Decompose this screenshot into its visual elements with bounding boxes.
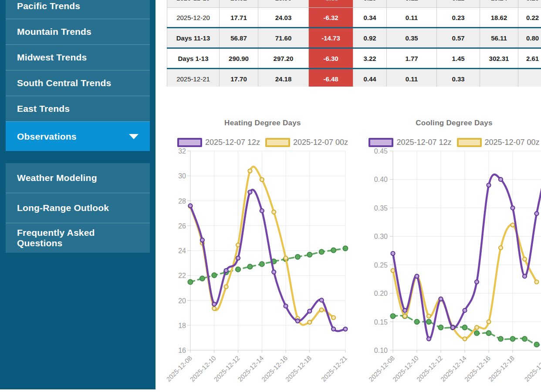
- cell: 0.26: [518, 0, 541, 8]
- cell: 23.90: [258, 0, 309, 8]
- cell: 1.45: [437, 48, 480, 69]
- cell: 2.61: [518, 48, 541, 69]
- sidebar-item-label: Observations: [17, 131, 77, 142]
- sidebar-item-label: Pacific Trends: [17, 1, 80, 11]
- cell: -14.73: [309, 28, 353, 48]
- cell: 0.23: [437, 8, 480, 28]
- row-label: 2025-12-20: [167, 8, 220, 28]
- cell: 0.35: [387, 28, 437, 48]
- cell: 0.33: [437, 69, 480, 87]
- legend-label-12z: 2025-12-07 12z: [396, 138, 451, 147]
- cell: 302.31: [480, 48, 518, 69]
- svg-text:0.10: 0.10: [374, 347, 388, 354]
- legend-label-00z: 2025-12-07 00z: [485, 138, 540, 147]
- cell: -3.88: [309, 0, 353, 8]
- cell: 0.11: [387, 8, 437, 28]
- chevron-down-icon: [129, 134, 139, 139]
- svg-text:0.35: 0.35: [374, 204, 388, 212]
- svg-text:18: 18: [178, 322, 186, 329]
- sidebar-item-label: South Central Trends: [17, 78, 111, 88]
- cell: 290.90: [220, 48, 258, 69]
- forecast-table: 2025-12-1920.0223.90-3.880.230.120.1119.…: [167, 0, 541, 87]
- cell: 0.12: [387, 0, 437, 8]
- cell: 19.24: [480, 0, 518, 8]
- cell: -6.32: [309, 8, 353, 28]
- cell: 0.23: [353, 0, 387, 8]
- cdd-chart-plot: 0.100.150.200.250.300.350.400.452025-12-…: [367, 114, 541, 392]
- sidebar-item-midwest-trends[interactable]: Midwest Trends: [6, 44, 150, 70]
- cell: 24.18: [258, 69, 309, 87]
- sidebar-item-label: Weather Modeling: [17, 173, 97, 183]
- svg-text:26: 26: [178, 222, 186, 230]
- hdd-chart-legend: 2025-12-07 12z 2025-12-07 00z: [167, 136, 358, 148]
- cell: 3.22: [353, 48, 387, 69]
- cdd-chart: 0.100.150.200.250.300.350.400.452025-12-…: [367, 114, 541, 392]
- cell: 17.70: [220, 69, 258, 87]
- sidebar-secondary-nav: Weather ModelingLong-Range OutlookFreque…: [6, 163, 150, 253]
- svg-text:22: 22: [178, 272, 186, 279]
- legend-item-00z[interactable]: 2025-12-07 00z: [457, 138, 540, 147]
- hdd-chart-svg: 1618202224262830322025-12-082025-12-1020…: [167, 114, 358, 392]
- svg-text:0.40: 0.40: [374, 176, 388, 183]
- series-normal: [188, 246, 348, 284]
- svg-text:20: 20: [178, 297, 186, 305]
- sidebar-item-south-central-trends[interactable]: South Central Trends: [6, 70, 150, 96]
- cdd-chart-svg: 0.100.150.200.250.300.350.400.452025-12-…: [367, 114, 541, 392]
- cell: 56.11: [480, 28, 518, 48]
- table-row-2025-12-19: 2025-12-1920.0223.90-3.880.230.120.1119.…: [167, 0, 541, 8]
- svg-text:2025-12-21: 2025-12-21: [320, 354, 348, 383]
- hdd-chart-title: Heating Degree Days: [167, 119, 358, 127]
- legend-item-12z[interactable]: 2025-12-07 12z: [177, 138, 260, 147]
- sidebar-item-east-trends[interactable]: East Trends: [6, 96, 150, 121]
- svg-text:2025-12-18: 2025-12-18: [487, 354, 516, 383]
- sidebar: Pacific TrendsMountain TrendsMidwest Tre…: [0, 0, 156, 389]
- sidebar-item-weather-modeling[interactable]: Weather Modeling: [6, 163, 150, 193]
- hdd-chart: 1618202224262830322025-12-082025-12-1020…: [167, 114, 358, 392]
- legend-label-00z: 2025-12-07 00z: [293, 138, 348, 147]
- cell: 0.11: [387, 69, 437, 87]
- cell: 71.60: [258, 28, 309, 48]
- sidebar-item-long-range-outlook[interactable]: Long-Range Outlook: [6, 193, 150, 223]
- table-row-days-1-13: Days 1-13290.90297.20-6.303.221.771.4530…: [167, 48, 541, 69]
- cell: [480, 69, 518, 87]
- cell: 24.03: [258, 8, 309, 28]
- sidebar-item-mountain-trends[interactable]: Mountain Trends: [6, 19, 150, 44]
- legend-swatch-12z: [177, 138, 202, 147]
- svg-text:2025-12-21: 2025-12-21: [523, 354, 541, 383]
- cell: 0.11: [437, 0, 480, 8]
- legend-swatch-00z: [457, 138, 482, 147]
- cell: -6.48: [309, 69, 353, 87]
- sidebar-item-label: Mountain Trends: [17, 27, 91, 37]
- sidebar-item-label: Midwest Trends: [17, 52, 87, 63]
- cell: 0.57: [437, 28, 480, 48]
- sidebar-group-gap: [0, 151, 156, 163]
- sidebar-item-observations[interactable]: Observations: [6, 121, 150, 151]
- svg-text:16: 16: [178, 347, 186, 354]
- row-label: Days 1-13: [167, 48, 220, 69]
- cell: 17.71: [220, 8, 258, 28]
- cdd-chart-title: Cooling Degree Days: [367, 119, 541, 127]
- series-normal: [391, 314, 541, 347]
- svg-text:32: 32: [178, 147, 186, 155]
- cell: 0.22: [518, 8, 541, 28]
- svg-text:30: 30: [178, 172, 186, 180]
- sidebar-item-frequently-asked-questions[interactable]: Frequently Asked Questions: [6, 223, 150, 253]
- table-row-2025-12-21: 2025-12-2117.7024.18-6.480.440.110.33: [167, 69, 541, 87]
- row-label: 2025-12-21: [167, 69, 220, 87]
- table-row-days-11-13: Days 11-1356.8771.60-14.730.920.350.5756…: [167, 28, 541, 48]
- cell: 0.44: [353, 69, 387, 87]
- svg-text:0.45: 0.45: [374, 147, 388, 155]
- row-label: Days 11-13: [167, 28, 220, 48]
- legend-item-00z[interactable]: 2025-12-07 00z: [265, 138, 348, 147]
- table-row-2025-12-20: 2025-12-2017.7124.03-6.320.340.110.2318.…: [167, 8, 541, 28]
- hdd-chart-plot: 1618202224262830322025-12-082025-12-1020…: [167, 114, 358, 392]
- cell: 297.20: [258, 48, 309, 69]
- svg-text:0.30: 0.30: [374, 233, 388, 240]
- sidebar-item-pacific-trends[interactable]: Pacific Trends: [6, 0, 150, 19]
- sidebar-item-label: East Trends: [17, 104, 70, 114]
- sidebar-item-label: Frequently Asked Questions: [17, 228, 139, 248]
- cell: -6.30: [309, 48, 353, 69]
- cdd-chart-legend: 2025-12-07 12z 2025-12-07 00z: [367, 136, 541, 148]
- legend-swatch-00z: [265, 138, 290, 147]
- legend-item-12z[interactable]: 2025-12-07 12z: [369, 138, 451, 147]
